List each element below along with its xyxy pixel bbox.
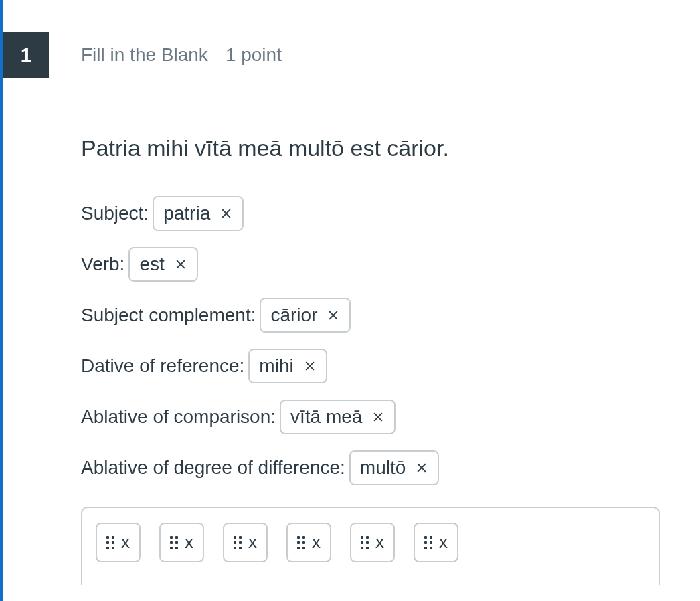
close-icon[interactable] xyxy=(327,309,340,322)
close-icon[interactable] xyxy=(303,359,317,373)
answer-tray[interactable]: x x x x x x xyxy=(81,507,660,585)
blank-row-verb: Verb: est xyxy=(81,247,660,282)
answer-chip-verb[interactable]: est xyxy=(128,247,197,282)
draggable-token[interactable]: x xyxy=(159,523,204,562)
answer-chip-text: vītā meā xyxy=(290,408,362,426)
answer-chip-subject-complement[interactable]: cārior xyxy=(260,298,351,333)
question-number: 1 xyxy=(21,44,32,66)
blank-label: Subject: xyxy=(81,204,149,223)
answer-chip-text: cārior xyxy=(270,306,317,325)
token-label: x xyxy=(248,532,257,553)
blank-label: Ablative of degree of difference: xyxy=(81,458,345,477)
answer-chip-text: mihi xyxy=(259,357,293,375)
question-points: 1 point xyxy=(226,44,282,66)
answer-chip-text: patria xyxy=(163,204,210,223)
close-icon[interactable] xyxy=(174,258,187,271)
drag-handle-icon[interactable] xyxy=(361,536,369,549)
blank-label: Dative of reference: xyxy=(81,357,244,375)
answer-chip-ablative-comparison[interactable]: vītā meā xyxy=(280,400,396,434)
blank-row-ablative-degree: Ablative of degree of difference: multō xyxy=(81,450,660,485)
drag-handle-icon[interactable] xyxy=(234,536,242,549)
blank-row-subject: Subject: patria xyxy=(81,196,660,231)
draggable-token[interactable]: x xyxy=(350,523,395,562)
drag-handle-icon[interactable] xyxy=(424,536,432,549)
draggable-token[interactable]: x xyxy=(286,523,331,562)
answer-chip-ablative-degree[interactable]: multō xyxy=(349,450,439,485)
blank-row-ablative-comparison: Ablative of comparison: vītā meā xyxy=(81,400,660,434)
blank-label: Ablative of comparison: xyxy=(81,408,276,426)
blank-row-subject-complement: Subject complement: cārior xyxy=(81,298,660,333)
blank-label: Verb: xyxy=(81,255,124,274)
drag-handle-icon[interactable] xyxy=(106,536,114,549)
token-label: x xyxy=(312,532,321,553)
question-meta: Fill in the Blank 1 point xyxy=(81,44,282,66)
close-icon[interactable] xyxy=(220,207,233,220)
drag-handle-icon[interactable] xyxy=(297,536,305,549)
question-prompt: Patria mihi vītā meā multō est cārior. xyxy=(81,135,660,161)
question-container: 1 Fill in the Blank 1 point Patria mihi … xyxy=(0,0,700,601)
token-label: x xyxy=(375,532,384,553)
blank-row-dative: Dative of reference: mihi xyxy=(81,349,660,383)
drag-handle-icon[interactable] xyxy=(170,536,178,549)
question-header: 1 Fill in the Blank 1 point xyxy=(3,0,700,78)
draggable-token[interactable]: x xyxy=(223,523,268,562)
question-content: Patria mihi vītā meā multō est cārior. S… xyxy=(81,135,660,585)
draggable-token[interactable]: x xyxy=(414,523,458,562)
close-icon[interactable] xyxy=(371,410,385,424)
blank-label: Subject complement: xyxy=(81,306,256,325)
answer-chip-dative[interactable]: mihi xyxy=(248,349,327,383)
answer-chip-subject[interactable]: patria xyxy=(153,196,244,231)
close-icon[interactable] xyxy=(415,461,428,475)
question-number-badge: 1 xyxy=(3,32,49,78)
token-label: x xyxy=(185,532,193,553)
draggable-token[interactable]: x xyxy=(96,523,141,562)
answer-chip-text: multō xyxy=(360,458,406,477)
token-label: x xyxy=(439,532,448,553)
token-label: x xyxy=(121,532,130,553)
answer-chip-text: est xyxy=(139,255,164,274)
question-type: Fill in the Blank xyxy=(81,44,208,66)
